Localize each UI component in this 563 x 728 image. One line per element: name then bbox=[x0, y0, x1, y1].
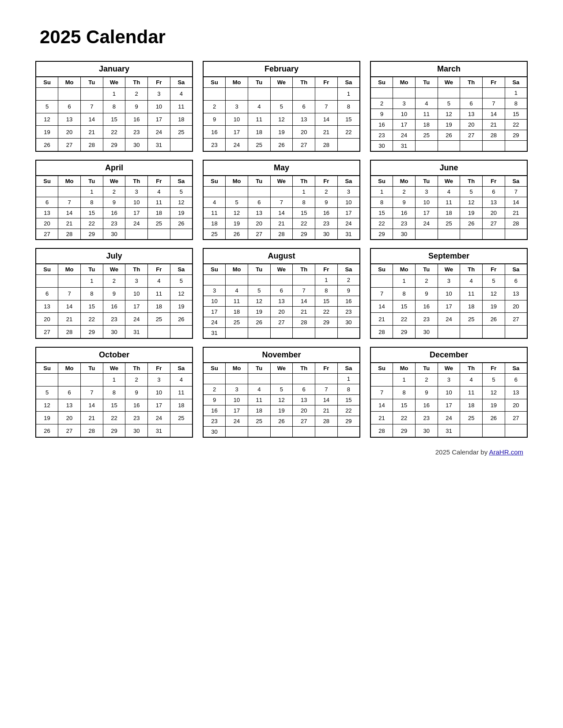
day-header-sa: Sa bbox=[170, 176, 193, 187]
table-cell: 3 bbox=[438, 374, 460, 387]
day-header-th: Th bbox=[293, 77, 315, 88]
table-cell: 17 bbox=[203, 307, 226, 317]
day-header-th: Th bbox=[293, 176, 315, 187]
table-cell bbox=[148, 229, 170, 240]
day-header-su: Su bbox=[36, 176, 58, 187]
table-cell: 19 bbox=[170, 208, 193, 218]
table-cell: 24 bbox=[125, 218, 148, 229]
day-header-th: Th bbox=[293, 363, 315, 374]
table-cell: 8 bbox=[315, 285, 338, 296]
day-header-we: We bbox=[270, 77, 293, 88]
table-cell bbox=[460, 88, 483, 98]
table-cell bbox=[415, 88, 438, 98]
day-header-th: Th bbox=[460, 363, 483, 374]
table-cell: 27 bbox=[270, 317, 293, 328]
table-cell: 18 bbox=[148, 208, 170, 218]
day-header-th: Th bbox=[125, 77, 148, 88]
table-cell: 30 bbox=[370, 141, 393, 152]
table-cell: 16 bbox=[415, 300, 438, 313]
table-cell: 20 bbox=[248, 218, 270, 229]
day-header-th: Th bbox=[125, 176, 148, 187]
table-cell: 5 bbox=[170, 275, 193, 288]
table-cell: 12 bbox=[483, 386, 505, 399]
table-cell: 7 bbox=[80, 386, 103, 399]
table-cell: 29 bbox=[80, 229, 103, 240]
table-cell: 23 bbox=[370, 130, 393, 141]
table-cell: 25 bbox=[148, 313, 170, 326]
table-row: 27282930 bbox=[36, 229, 193, 240]
table-cell: 26 bbox=[170, 313, 193, 326]
table-cell: 27 bbox=[36, 326, 58, 338]
table-cell: 23 bbox=[203, 416, 226, 427]
table-cell bbox=[370, 275, 393, 288]
day-header-th: Th bbox=[125, 264, 148, 275]
table-cell: 3 bbox=[415, 187, 438, 197]
table-cell: 12 bbox=[460, 197, 483, 208]
table-row: 15161718192021 bbox=[370, 208, 527, 218]
table-cell bbox=[483, 424, 505, 437]
table-cell: 4 bbox=[415, 98, 438, 109]
table-row: 11121314151617 bbox=[203, 208, 360, 218]
table-cell: 27 bbox=[505, 412, 527, 424]
day-header-we: We bbox=[103, 77, 125, 88]
day-header-mo: Mo bbox=[58, 176, 81, 187]
table-cell: 11 bbox=[148, 197, 170, 208]
table-cell: 18 bbox=[248, 405, 270, 416]
table-cell: 23 bbox=[415, 412, 438, 424]
table-row: 1 bbox=[203, 88, 360, 101]
table-cell: 3 bbox=[203, 285, 226, 296]
table-cell: 11 bbox=[148, 287, 170, 300]
table-cell: 12 bbox=[270, 113, 293, 126]
footer-link[interactable]: AraHR.com bbox=[489, 448, 523, 456]
day-header-su: Su bbox=[370, 363, 393, 374]
table-cell: 20 bbox=[36, 313, 58, 326]
table-cell: 2 bbox=[203, 100, 226, 113]
table-row: 123 bbox=[203, 187, 360, 197]
table-cell: 2 bbox=[415, 275, 438, 288]
day-header-tu: Tu bbox=[80, 77, 103, 88]
table-row: 6789101112 bbox=[36, 197, 193, 208]
day-header-tu: Tu bbox=[80, 176, 103, 187]
table-cell: 22 bbox=[315, 307, 338, 317]
table-cell: 22 bbox=[393, 313, 416, 326]
table-cell: 12 bbox=[438, 109, 460, 120]
day-header-su: Su bbox=[36, 264, 58, 275]
day-header-mo: Mo bbox=[226, 176, 248, 187]
table-cell: 27 bbox=[36, 229, 58, 240]
table-cell: 22 bbox=[80, 313, 103, 326]
table-cell bbox=[203, 88, 226, 101]
calendar-grid: JanuarySuMoTuWeThFrSa1234567891011121314… bbox=[35, 61, 528, 438]
month-table-february: FebruarySuMoTuWeThFrSa123456789101112131… bbox=[203, 61, 360, 152]
table-cell bbox=[270, 88, 293, 101]
table-cell bbox=[226, 88, 248, 101]
table-row: 22232425262728 bbox=[370, 218, 527, 229]
table-cell bbox=[80, 374, 103, 387]
table-cell bbox=[460, 229, 483, 240]
table-cell: 23 bbox=[393, 218, 416, 229]
table-cell: 11 bbox=[203, 208, 226, 218]
month-table-november: NovemberSuMoTuWeThFrSa123456789101112131… bbox=[203, 347, 360, 438]
table-cell: 18 bbox=[460, 300, 483, 313]
table-cell bbox=[315, 427, 338, 438]
table-cell: 2 bbox=[125, 374, 148, 387]
table-cell: 5 bbox=[226, 197, 248, 208]
table-cell: 6 bbox=[270, 285, 293, 296]
table-cell: 22 bbox=[393, 412, 416, 424]
table-cell: 31 bbox=[203, 328, 226, 339]
table-cell: 28 bbox=[315, 139, 338, 151]
table-cell: 23 bbox=[337, 307, 360, 317]
table-cell: 30 bbox=[203, 427, 226, 438]
table-cell: 19 bbox=[36, 126, 58, 139]
table-cell: 30 bbox=[103, 326, 125, 338]
table-cell bbox=[505, 229, 527, 240]
day-header-su: Su bbox=[370, 264, 393, 275]
table-cell: 27 bbox=[293, 416, 315, 427]
table-cell: 28 bbox=[315, 416, 338, 427]
table-row: 9101112131415 bbox=[203, 395, 360, 405]
day-header-sa: Sa bbox=[337, 264, 360, 275]
table-cell: 29 bbox=[505, 130, 527, 141]
table-cell: 9 bbox=[203, 113, 226, 126]
table-cell: 17 bbox=[438, 399, 460, 412]
table-cell: 17 bbox=[337, 208, 360, 218]
table-cell: 12 bbox=[36, 399, 58, 412]
